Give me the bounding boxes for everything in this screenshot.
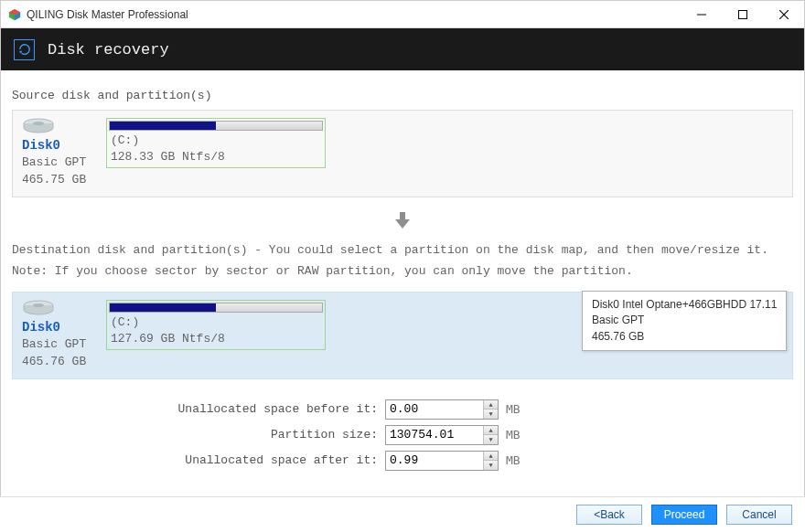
after-stepper[interactable]: ▲▼ bbox=[385, 451, 499, 471]
tooltip-line3: 465.76 GB bbox=[592, 329, 777, 345]
proceed-button[interactable]: Proceed bbox=[651, 505, 717, 525]
spin-up-icon[interactable]: ▲ bbox=[484, 400, 498, 410]
svg-rect-10 bbox=[400, 212, 405, 219]
before-stepper[interactable]: ▲▼ bbox=[385, 399, 499, 420]
source-partition-label: (C:) bbox=[111, 133, 321, 149]
source-partition[interactable]: (C:) 128.33 GB Ntfs/8 bbox=[106, 118, 326, 168]
hdd-icon bbox=[22, 300, 55, 316]
size-label: Partition size: bbox=[12, 428, 378, 442]
recovery-icon bbox=[14, 39, 35, 60]
dest-disk-info: Disk0 Basic GPT 465.76 GB bbox=[22, 300, 97, 371]
note-line1: Destination disk and partition(s) - You … bbox=[12, 239, 793, 261]
resize-form: Unallocated space before it: ▲▼ MB Parti… bbox=[12, 399, 793, 471]
window-title: QILING Disk Master Professional bbox=[27, 8, 681, 21]
unit-label: MB bbox=[506, 428, 521, 442]
svg-marker-11 bbox=[395, 219, 410, 229]
dest-partition-label: (C:) bbox=[111, 314, 321, 331]
close-button[interactable] bbox=[763, 1, 804, 28]
footer: <Back Proceed Cancel bbox=[0, 496, 805, 532]
dest-partition-detail: 127.69 GB Ntfs/8 bbox=[111, 331, 321, 347]
destination-disk-row[interactable]: Disk0 Basic GPT 465.76 GB (C:) 127.69 GB… bbox=[12, 292, 793, 379]
page-title: Disk recovery bbox=[48, 41, 169, 59]
spin-up-icon[interactable]: ▲ bbox=[484, 452, 498, 462]
spin-down-icon[interactable]: ▼ bbox=[484, 461, 498, 470]
unit-label: MB bbox=[506, 453, 521, 467]
after-label: Unallocated space after it: bbox=[12, 453, 378, 467]
source-disk-row: Disk0 Basic GPT 465.75 GB (C:) 128.33 GB… bbox=[12, 110, 793, 197]
hdd-icon bbox=[22, 118, 55, 134]
minimize-button[interactable] bbox=[681, 1, 722, 28]
unit-label: MB bbox=[506, 402, 521, 416]
before-label: Unallocated space before it: bbox=[12, 402, 378, 416]
disk-tooltip: Disk0 Intel Optane+466GBHDD 17.11 Basic … bbox=[582, 291, 787, 351]
spin-up-icon[interactable]: ▲ bbox=[484, 426, 498, 436]
cancel-button[interactable]: Cancel bbox=[726, 505, 792, 525]
source-partition-detail: 128.33 GB Ntfs/8 bbox=[111, 149, 321, 165]
svg-point-13 bbox=[33, 303, 44, 307]
dest-partition[interactable]: (C:) 127.69 GB Ntfs/8 bbox=[106, 300, 326, 350]
source-disk-info: Disk0 Basic GPT 465.75 GB bbox=[22, 118, 97, 189]
before-input[interactable] bbox=[386, 400, 483, 419]
tooltip-line1: Disk0 Intel Optane+466GBHDD 17.11 bbox=[592, 297, 777, 313]
destination-notes: Destination disk and partition(s) - You … bbox=[12, 239, 793, 282]
dest-disk-name: Disk0 bbox=[22, 318, 97, 336]
source-disk-type: Basic GPT bbox=[22, 154, 97, 172]
maximize-button[interactable] bbox=[722, 1, 763, 28]
svg-rect-4 bbox=[738, 10, 746, 18]
note-line2: Note: If you choose sector by sector or … bbox=[12, 261, 793, 282]
size-stepper[interactable]: ▲▼ bbox=[385, 425, 499, 445]
source-section-label: Source disk and partition(s) bbox=[12, 89, 793, 102]
source-disk-size: 465.75 GB bbox=[22, 172, 97, 189]
spin-down-icon[interactable]: ▼ bbox=[484, 435, 498, 444]
arrow-down-icon bbox=[12, 197, 793, 239]
titlebar: QILING Disk Master Professional bbox=[1, 1, 804, 28]
after-input[interactable] bbox=[386, 452, 483, 470]
source-disk-name: Disk0 bbox=[22, 136, 97, 154]
app-logo-icon bbox=[8, 8, 21, 21]
page-header: Disk recovery bbox=[1, 28, 804, 70]
dest-disk-type: Basic GPT bbox=[22, 336, 97, 354]
svg-point-9 bbox=[33, 122, 44, 125]
spin-down-icon[interactable]: ▼ bbox=[484, 410, 498, 419]
size-input[interactable] bbox=[386, 426, 483, 444]
back-button[interactable]: <Back bbox=[576, 505, 642, 525]
dest-disk-size: 465.76 GB bbox=[22, 354, 97, 371]
tooltip-line2: Basic GPT bbox=[592, 313, 777, 328]
